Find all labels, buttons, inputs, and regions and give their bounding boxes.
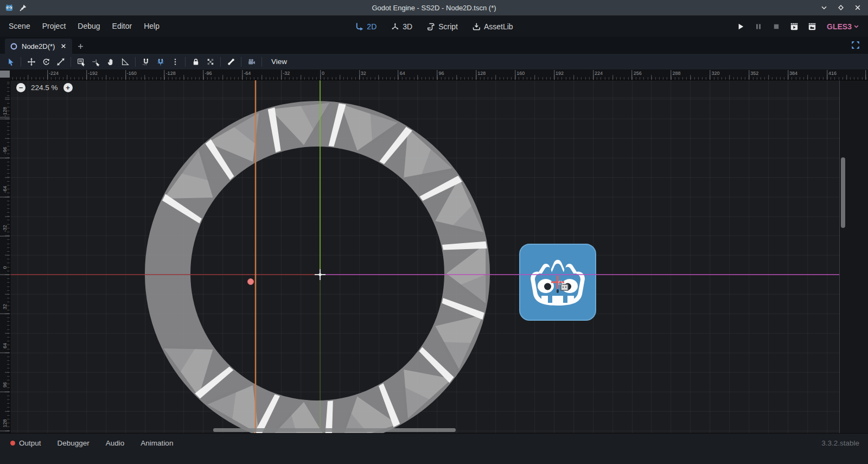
add-scene-tab-button[interactable] <box>72 39 88 54</box>
h-ruler-label: -128 <box>166 71 176 76</box>
h-ruler-label: 288 <box>673 71 681 76</box>
window-minimize-button[interactable] <box>819 3 829 12</box>
scale-tool-icon <box>56 58 65 66</box>
lock-toggle-icon <box>192 58 200 66</box>
pan-tool[interactable] <box>103 55 118 68</box>
workspace-2d-button[interactable]: 2D <box>352 22 380 31</box>
toolbar-separator <box>261 57 262 67</box>
h-ruler-label: -192 <box>88 71 98 76</box>
h-ruler-label: -64 <box>244 71 251 76</box>
tab-close-icon <box>60 42 67 50</box>
play-custom-scene-button[interactable] <box>806 20 819 33</box>
horizontal-ruler[interactable]: -224-192-160-128-96-64-32032649612816019… <box>0 70 868 80</box>
group-toggle-icon <box>206 58 215 66</box>
window-maximize-button[interactable] <box>836 3 846 12</box>
bottom-panel-output-button[interactable]: Output <box>5 438 46 448</box>
workspace-assetlib-button[interactable]: AssetLib <box>469 22 516 31</box>
play-custom-icon <box>808 22 816 31</box>
window-close-button[interactable] <box>853 3 863 12</box>
zoom-level[interactable]: 224.5 % <box>31 84 58 92</box>
expand-viewport-button[interactable] <box>851 40 861 51</box>
close-x-icon <box>853 3 862 12</box>
output-badge-dot <box>10 441 15 446</box>
canvas-area: -224-192-160-128-96-64-32032649612816019… <box>0 70 868 433</box>
h-ruler-label: 96 <box>439 71 444 76</box>
workspace-3d-button[interactable]: 3D <box>387 22 416 31</box>
panel-label: Output <box>19 439 41 447</box>
window-title: Godot Engine - SS2D - Node2D.tscn (*) <box>0 4 868 12</box>
camera-override-toggle[interactable] <box>244 55 259 68</box>
origin-crosshair <box>315 269 326 280</box>
workspace-script-icon <box>426 22 435 31</box>
scene-tab-node2d[interactable]: Node2D(*) <box>5 39 72 54</box>
move-cursor-icon <box>561 284 568 290</box>
v-ruler-label: -128 <box>2 105 8 118</box>
play-button[interactable] <box>734 20 747 33</box>
vertical-ruler[interactable]: -128-96-64-320326496128 <box>0 80 10 433</box>
menu-help[interactable]: Help <box>138 16 165 37</box>
renderer-dropdown[interactable]: GLES3 <box>827 22 860 31</box>
workspace-3d-icon <box>391 22 399 31</box>
godot-logo-icon <box>4 3 14 12</box>
group-toggle[interactable] <box>203 55 218 68</box>
smart-snap-toggle[interactable] <box>138 55 153 68</box>
pivot-tool-icon <box>92 58 100 66</box>
zoom-in-button[interactable]: + <box>63 83 73 92</box>
v-ruler-label: -96 <box>2 144 8 157</box>
menu-editor[interactable]: Editor <box>106 16 138 37</box>
scene-viewport[interactable] <box>10 80 839 433</box>
scale-tool[interactable] <box>53 55 68 68</box>
chevron-down-icon <box>820 3 828 12</box>
node2d-icon <box>10 42 18 50</box>
h-ruler-label: -160 <box>127 71 137 76</box>
rotate-tool[interactable] <box>39 55 53 68</box>
pin-icon[interactable] <box>19 4 27 12</box>
grid-snap-toggle-icon <box>156 58 165 66</box>
bottom-panel-debugger-button[interactable]: Debugger <box>53 438 94 448</box>
title-bar: Godot Engine - SS2D - Node2D.tscn (*) <box>0 0 868 16</box>
bottom-panel-animation-button[interactable]: Animation <box>136 438 178 448</box>
stop-button[interactable] <box>770 20 783 33</box>
vertical-scrollbar[interactable] <box>841 157 845 228</box>
menu-debug[interactable]: Debug <box>72 16 106 37</box>
h-ruler-label: 32 <box>361 71 366 76</box>
play-scene-button[interactable] <box>788 20 801 33</box>
scene-tab-label: Node2D(*) <box>22 42 55 50</box>
h-ruler-label: 64 <box>400 71 405 76</box>
select-tool[interactable] <box>3 55 18 68</box>
h-ruler-label: 160 <box>516 71 525 76</box>
guide-handle-dot[interactable] <box>248 279 254 285</box>
h-ruler-label: 416 <box>828 71 837 76</box>
stop-icon <box>772 22 781 31</box>
workspace-switcher: 2D3DScriptAssetLib <box>352 22 516 31</box>
list-select-tool[interactable] <box>74 55 88 68</box>
horizontal-scrollbar[interactable] <box>213 428 456 432</box>
pause-button[interactable] <box>752 20 765 33</box>
toolbar-separator <box>241 57 241 67</box>
menu-project[interactable]: Project <box>36 16 72 37</box>
tab-close-button[interactable] <box>60 42 67 50</box>
view-menu-button[interactable]: View <box>265 58 293 66</box>
v-ruler-label: 32 <box>2 300 8 313</box>
zoom-out-button[interactable]: − <box>16 83 25 92</box>
menu-scene[interactable]: Scene <box>3 16 36 37</box>
chevron-down-icon <box>852 22 860 30</box>
snap-options-menu[interactable] <box>168 55 182 68</box>
workspace-label: 3D <box>403 22 412 31</box>
workspace-script-button[interactable]: Script <box>423 22 461 31</box>
panel-label: Debugger <box>58 439 90 447</box>
ruler-tool[interactable] <box>118 55 132 68</box>
move-tool[interactable] <box>24 55 39 68</box>
skeleton-menu[interactable] <box>224 55 238 68</box>
toolbar-separator <box>185 57 186 67</box>
h-ruler-label: 128 <box>477 71 486 76</box>
grid-snap-toggle[interactable] <box>153 55 168 68</box>
snap-options-menu-icon <box>171 58 180 66</box>
toolbar-separator <box>220 57 221 67</box>
pivot-tool[interactable] <box>88 55 103 68</box>
workspace-2d-icon <box>355 22 363 31</box>
bottom-panel-audio-button[interactable]: Audio <box>101 438 130 448</box>
canvas-toolbar: View <box>0 54 868 70</box>
lock-toggle[interactable] <box>188 55 203 68</box>
camera-override-toggle-icon <box>247 58 256 66</box>
